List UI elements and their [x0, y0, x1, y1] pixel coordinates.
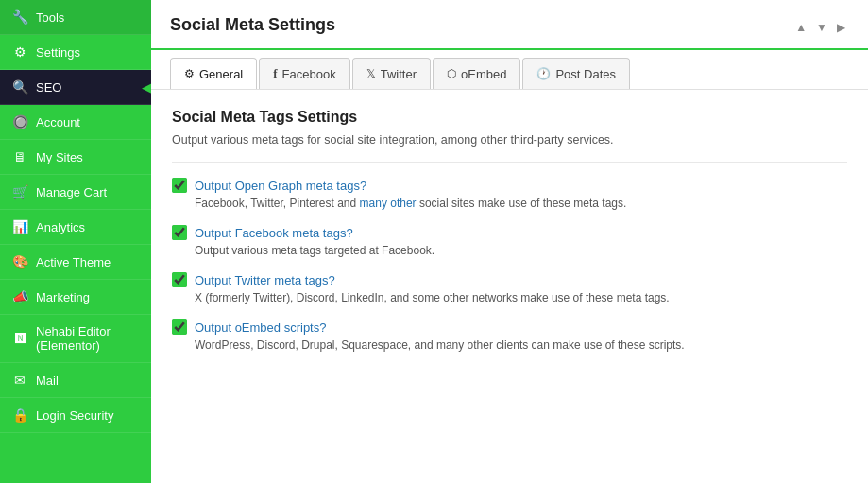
section-title: Social Meta Tags Settings [172, 109, 847, 126]
manage-cart-icon: 🛒 [11, 184, 28, 199]
tab-label: oEmbed [461, 67, 506, 81]
content-area: Social Meta Tags Settings Output various… [151, 90, 868, 483]
analytics-icon: 📊 [11, 219, 28, 234]
settings-icon: ⚙ [11, 44, 28, 60]
tools-icon: 🔧 [11, 9, 28, 25]
sidebar-item-label: Manage Cart [36, 185, 107, 199]
sidebar-item-label: Marketing [36, 290, 90, 304]
setting-facebook-meta: Output Facebook meta tags? Output variou… [172, 225, 847, 257]
expand-button[interactable]: ▶ [833, 19, 849, 36]
setting-open-graph-text: Output Open Graph meta tags? [195, 179, 366, 193]
setting-facebook-meta-text: Output Facebook meta tags? [195, 226, 353, 240]
setting-open-graph-label[interactable]: Output Open Graph meta tags? [172, 178, 847, 193]
tab-label: General [199, 67, 243, 81]
tab-general[interactable]: ⚙ General [170, 58, 257, 89]
sidebar-item-active-theme[interactable]: 🎨 Active Theme [0, 245, 151, 280]
facebook-tab-icon: f [273, 66, 277, 81]
setting-twitter-meta-desc: X (formerly Twitter), Discord, LinkedIn,… [195, 291, 847, 304]
sidebar-item-account[interactable]: 🔘 Account [0, 105, 151, 140]
setting-open-graph-checkbox[interactable] [172, 178, 187, 193]
tab-facebook[interactable]: f Facebook [259, 58, 349, 89]
main-content: Social Meta Settings ▲ ▼ ▶ ⚙ General f F… [151, 0, 868, 483]
sidebar-item-marketing[interactable]: 📣 Marketing [0, 280, 151, 315]
setting-twitter-meta-label[interactable]: Output Twitter meta tags? [172, 272, 847, 287]
tab-oembed[interactable]: ⬡ oEmbed [433, 58, 520, 89]
setting-oembed-checkbox[interactable] [172, 319, 187, 335]
setting-oembed-desc: WordPress, Discord, Drupal, Squarespace,… [195, 338, 847, 352]
setting-open-graph-desc: Facebook, Twitter, Pinterest and many ot… [195, 197, 847, 210]
sidebar-item-label: Account [36, 115, 80, 129]
section-description: Output various meta tags for social site… [172, 133, 847, 163]
setting-oembed: Output oEmbed scripts? WordPress, Discor… [172, 319, 847, 352]
setting-oembed-text: Output oEmbed scripts? [195, 320, 326, 335]
sidebar-item-label: Mail [36, 373, 59, 388]
setting-oembed-label[interactable]: Output oEmbed scripts? [172, 319, 847, 335]
sidebar-item-label: SEO [36, 80, 61, 95]
login-security-icon: 🔒 [11, 407, 28, 423]
sidebar-item-label: My Sites [36, 150, 83, 164]
sidebar-item-label: Settings [36, 45, 80, 60]
setting-open-graph: Output Open Graph meta tags? Facebook, T… [172, 178, 847, 210]
page-title: Social Meta Settings [170, 15, 335, 48]
nehabi-editor-icon: 🅽 [11, 333, 28, 344]
tab-label: Facebook [282, 67, 336, 81]
setting-twitter-meta-text: Output Twitter meta tags? [195, 273, 335, 287]
tab-label: Post Dates [555, 67, 616, 81]
sidebar-item-my-sites[interactable]: 🖥 My Sites [0, 140, 151, 175]
tab-post-dates[interactable]: 🕐 Post Dates [522, 58, 630, 89]
sidebar-item-label: Tools [36, 10, 64, 25]
tab-label: Twitter [381, 67, 417, 81]
main-header: Social Meta Settings ▲ ▼ ▶ [151, 0, 868, 50]
my-sites-icon: 🖥 [11, 149, 28, 164]
mail-icon: ✉ [11, 372, 28, 388]
sidebar: 🔧 Tools ⚙ Settings 🔍 SEO ◀ 🔘 Account 🖥 M… [0, 0, 151, 483]
sidebar-item-label: Nehabi Editor (Elementor) [36, 324, 140, 353]
account-icon: 🔘 [11, 114, 28, 129]
sidebar-item-nehabi-editor[interactable]: 🅽 Nehabi Editor (Elementor) [0, 315, 151, 363]
sidebar-item-analytics[interactable]: 📊 Analytics [0, 210, 151, 245]
header-controls: ▲ ▼ ▶ [791, 19, 849, 36]
arrow-icon: ◀ [142, 80, 151, 95]
active-theme-icon: 🎨 [11, 254, 28, 269]
sidebar-item-label: Active Theme [36, 255, 111, 269]
marketing-icon: 📣 [11, 289, 28, 304]
seo-icon: 🔍 [11, 79, 28, 95]
setting-twitter-meta-checkbox[interactable] [172, 272, 187, 287]
post-dates-tab-icon: 🕐 [536, 67, 551, 80]
tab-bar: ⚙ General f Facebook 𝕏 Twitter ⬡ oEmbed … [151, 58, 868, 90]
many-other-link[interactable]: many other [360, 197, 417, 210]
twitter-tab-icon: 𝕏 [366, 67, 376, 80]
setting-facebook-meta-label[interactable]: Output Facebook meta tags? [172, 225, 847, 240]
sidebar-item-mail[interactable]: ✉ Mail [0, 363, 151, 398]
sidebar-item-label: Analytics [36, 220, 85, 234]
general-tab-icon: ⚙ [184, 67, 195, 80]
sidebar-item-settings[interactable]: ⚙ Settings [0, 35, 151, 70]
tab-twitter[interactable]: 𝕏 Twitter [352, 58, 431, 89]
collapse-up-button[interactable]: ▲ [791, 19, 810, 36]
setting-facebook-meta-checkbox[interactable] [172, 225, 187, 240]
setting-facebook-meta-desc: Output various meta tags targeted at Fac… [195, 244, 847, 257]
sidebar-item-label: Login Security [36, 408, 113, 423]
sidebar-item-seo[interactable]: 🔍 SEO ◀ [0, 70, 151, 105]
oembed-tab-icon: ⬡ [447, 67, 456, 80]
sidebar-item-login-security[interactable]: 🔒 Login Security [0, 398, 151, 433]
sidebar-item-tools[interactable]: 🔧 Tools [0, 0, 151, 35]
collapse-down-button[interactable]: ▼ [812, 19, 831, 36]
sidebar-item-manage-cart[interactable]: 🛒 Manage Cart [0, 175, 151, 210]
setting-twitter-meta: Output Twitter meta tags? X (formerly Tw… [172, 272, 847, 304]
